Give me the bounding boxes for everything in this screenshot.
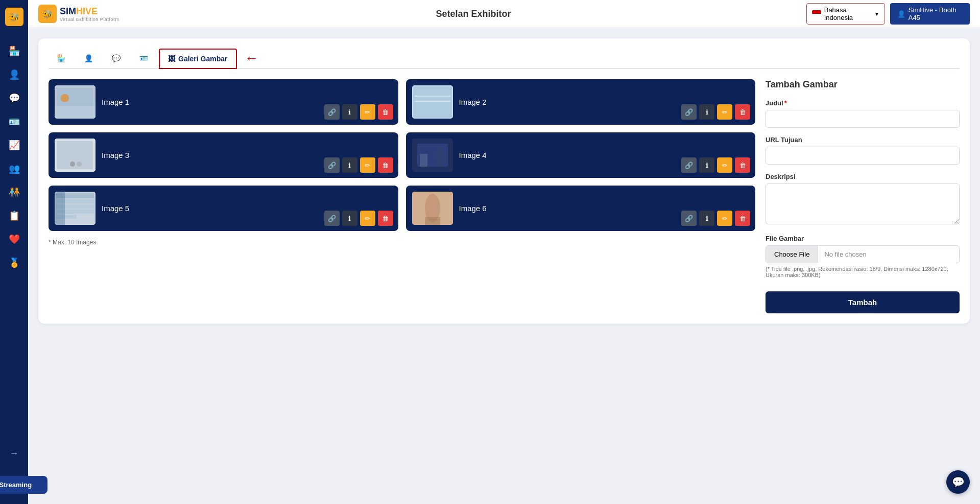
streaming-label: Streaming bbox=[0, 481, 32, 489]
tab-booth[interactable]: 🏪 bbox=[49, 49, 74, 68]
file-name-display: No file chosen bbox=[818, 246, 959, 263]
main-panel: 🏪 👤 💬 🪪 🖼 Galeri Gambar ← bbox=[38, 38, 970, 324]
tabs-bar: 🏪 👤 💬 🪪 🖼 Galeri Gambar ← bbox=[49, 49, 960, 69]
image-grid: Image 1 🔗 ℹ ✏ 🗑 bbox=[49, 79, 755, 231]
info-btn-2[interactable]: ℹ bbox=[699, 104, 714, 120]
gallery-section: Image 1 🔗 ℹ ✏ 🗑 bbox=[49, 79, 755, 313]
profile-tab-icon: 👤 bbox=[84, 54, 93, 62]
tab-profile[interactable]: 👤 bbox=[76, 49, 101, 68]
main-area: 🐝 SIMHIVE Virtual Exhibition Platform Se… bbox=[28, 0, 980, 504]
sidebar-item-card[interactable]: 🪪 bbox=[5, 112, 24, 131]
link-btn-4[interactable]: 🔗 bbox=[681, 157, 697, 173]
max-images-note: * Max. 10 Images. bbox=[49, 239, 755, 246]
form-section: Tambah Gambar Judul* URL Tujuan Deskrips… bbox=[766, 79, 960, 313]
delete-btn-1[interactable]: 🗑 bbox=[378, 104, 393, 120]
link-btn-5[interactable]: 🔗 bbox=[324, 211, 340, 226]
thumb-placeholder-6 bbox=[412, 192, 453, 225]
sidebar-item-heart[interactable]: ❤️ bbox=[5, 230, 24, 249]
required-marker: * bbox=[784, 99, 787, 107]
tab-gallery[interactable]: 🖼 Galeri Gambar bbox=[159, 49, 237, 69]
sidebar-item-chart[interactable]: 📈 bbox=[5, 135, 24, 155]
image-card-4: Image 4 🔗 ℹ ✏ 🗑 bbox=[406, 132, 756, 178]
sidebar-item-group[interactable]: 👥 bbox=[5, 159, 24, 178]
image-actions-2: 🔗 ℹ ✏ 🗑 bbox=[681, 104, 750, 120]
svg-text:🐝: 🐝 bbox=[42, 9, 53, 19]
svg-point-19 bbox=[435, 147, 445, 166]
delete-btn-3[interactable]: 🗑 bbox=[378, 157, 393, 173]
image-card-2: Image 2 🔗 ℹ ✏ 🗑 bbox=[406, 79, 756, 125]
edit-btn-6[interactable]: ✏ bbox=[717, 211, 732, 226]
image-actions-5: 🔗 ℹ ✏ 🗑 bbox=[324, 211, 393, 226]
topbar-actions: Bahasa Indonesia ▼ 👤 SimHive - Booth A45 bbox=[806, 3, 970, 25]
sidebar-item-booth[interactable]: 🏪 bbox=[5, 41, 24, 61]
url-label: URL Tujuan bbox=[766, 136, 960, 144]
info-btn-1[interactable]: ℹ bbox=[342, 104, 357, 120]
svg-rect-10 bbox=[415, 101, 450, 102]
thumb-placeholder-3 bbox=[55, 139, 95, 172]
sidebar-item-badge[interactable]: 🏅 bbox=[5, 253, 24, 272]
image-card-5: Image 5 🔗 ℹ ✏ 🗑 bbox=[49, 186, 398, 231]
info-btn-5[interactable]: ℹ bbox=[342, 211, 357, 226]
deskripsi-group: Deskripsi bbox=[766, 173, 960, 226]
link-btn-1[interactable]: 🔗 bbox=[324, 104, 340, 120]
thumb-placeholder-5 bbox=[55, 192, 95, 225]
delete-btn-6[interactable]: 🗑 bbox=[735, 211, 750, 226]
flag-icon bbox=[812, 10, 821, 17]
edit-btn-3[interactable]: ✏ bbox=[360, 157, 375, 173]
svg-point-15 bbox=[77, 162, 82, 167]
sidebar-item-user[interactable]: 👤 bbox=[5, 65, 24, 84]
language-selector[interactable]: Bahasa Indonesia ▼ bbox=[806, 3, 885, 25]
thumb-placeholder-2 bbox=[412, 85, 453, 119]
info-btn-4[interactable]: ℹ bbox=[699, 157, 714, 173]
edit-btn-5[interactable]: ✏ bbox=[360, 211, 375, 226]
sidebar-item-people[interactable]: 🧑‍🤝‍🧑 bbox=[5, 182, 24, 202]
file-upload-row: Choose File No file chosen bbox=[766, 245, 960, 263]
image-thumb-3 bbox=[55, 139, 95, 172]
booth-tab-icon: 🏪 bbox=[57, 54, 65, 62]
delete-btn-2[interactable]: 🗑 bbox=[735, 104, 750, 120]
streaming-button[interactable]: Streaming bbox=[0, 476, 47, 494]
svg-rect-26 bbox=[55, 192, 65, 225]
arrow-annotation: ← bbox=[245, 50, 259, 66]
edit-btn-4[interactable]: ✏ bbox=[717, 157, 732, 173]
sidebar-item-chat[interactable]: 💬 bbox=[5, 88, 24, 108]
link-btn-3[interactable]: 🔗 bbox=[324, 157, 340, 173]
info-btn-3[interactable]: ℹ bbox=[342, 157, 357, 173]
delete-btn-4[interactable]: 🗑 bbox=[735, 157, 750, 173]
svg-rect-29 bbox=[425, 217, 440, 225]
tab-chat[interactable]: 💬 bbox=[104, 49, 129, 68]
deskripsi-textarea[interactable] bbox=[766, 184, 960, 224]
user-label: SimHive - Booth A45 bbox=[909, 6, 963, 21]
link-btn-2[interactable]: 🔗 bbox=[681, 104, 697, 120]
tab-card[interactable]: 🪪 bbox=[131, 49, 156, 68]
dropdown-icon: ▼ bbox=[874, 11, 879, 17]
info-btn-6[interactable]: ℹ bbox=[699, 211, 714, 226]
svg-rect-18 bbox=[420, 154, 427, 167]
edit-btn-2[interactable]: ✏ bbox=[717, 104, 732, 120]
language-label: Bahasa Indonesia bbox=[824, 6, 871, 21]
image-thumb-1 bbox=[55, 85, 95, 119]
user-menu-button[interactable]: 👤 SimHive - Booth A45 bbox=[890, 3, 970, 25]
form-title: Tambah Gambar bbox=[766, 79, 960, 90]
chat-bubble-icon: 💬 bbox=[952, 476, 965, 488]
sidebar-item-list[interactable]: 📋 bbox=[5, 206, 24, 225]
image-thumb-6 bbox=[412, 192, 453, 225]
chat-bubble-button[interactable]: 💬 bbox=[946, 470, 970, 494]
delete-btn-5[interactable]: 🗑 bbox=[378, 211, 393, 226]
gallery-tab-label: Galeri Gambar bbox=[178, 55, 228, 63]
svg-point-14 bbox=[70, 162, 75, 167]
image-thumb-5 bbox=[55, 192, 95, 225]
judul-input[interactable] bbox=[766, 110, 960, 128]
link-btn-6[interactable]: 🔗 bbox=[681, 211, 697, 226]
svg-rect-9 bbox=[413, 86, 452, 118]
submit-button[interactable]: Tambah bbox=[766, 291, 960, 313]
edit-btn-1[interactable]: ✏ bbox=[360, 104, 375, 120]
sidebar-exit[interactable]: → bbox=[5, 444, 24, 463]
thumb-placeholder-4 bbox=[412, 139, 453, 172]
sidebar-logo: 🐝 bbox=[5, 8, 23, 28]
choose-file-button[interactable]: Choose File bbox=[766, 246, 818, 263]
content-area: 🏪 👤 💬 🪪 🖼 Galeri Gambar ← bbox=[28, 28, 980, 504]
svg-rect-13 bbox=[57, 141, 93, 169]
url-input[interactable] bbox=[766, 147, 960, 165]
url-group: URL Tujuan bbox=[766, 136, 960, 165]
